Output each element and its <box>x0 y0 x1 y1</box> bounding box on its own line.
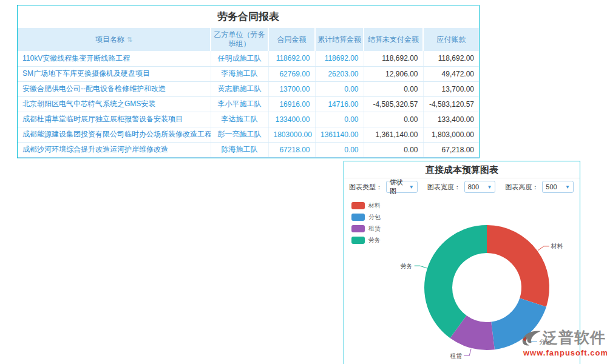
table-row: 110kV安徽线程集变开断线路工程任明成施工队118692.00118692.0… <box>18 51 479 66</box>
cell-project[interactable]: 110kV安徽线程集变开断线路工程 <box>18 51 211 66</box>
cell-contract: 118692.00 <box>268 51 315 66</box>
watermark-name: 泛普软件 <box>543 328 606 348</box>
chart-height-label: 图表高度： <box>505 183 538 192</box>
fanpu-logo-icon <box>520 329 543 347</box>
slice-label-租赁: 租赁 <box>450 352 462 359</box>
vendor-watermark: 泛普软件 www.fanpusoft.com <box>520 328 607 357</box>
cell-project[interactable]: SM广场地下车库更换摄像机及硬盘项目 <box>18 66 211 81</box>
cell-project[interactable]: 成都能源建设集团投资有限公司临时办公场所装修改造工程EPC <box>18 127 211 142</box>
chart-width-select[interactable]: 800 ▼ <box>464 181 496 193</box>
cell-unit: 黄志鹏施工队 <box>211 81 268 96</box>
chart-controls: 图表类型： 饼状图 ▼ 图表宽度： 800 ▼ 图表高度： 500 ▼ <box>344 178 580 195</box>
column-header-unpaid-amount: 结算未支付金额 <box>364 28 423 51</box>
legend-swatch <box>351 237 365 244</box>
cell-payable: 118,692.00 <box>423 51 479 66</box>
cell-unit: 李海施工队 <box>211 66 268 81</box>
legend-label: 劳务 <box>368 236 381 244</box>
column-header-contract-amount: 合同金额 <box>268 28 315 51</box>
cell-settled: 0.00 <box>315 81 364 96</box>
cell-contract: 16916.00 <box>268 96 315 112</box>
cell-settled: 14716.00 <box>315 96 364 112</box>
chevron-down-icon: ▼ <box>487 184 492 190</box>
cell-settled: 26203.00 <box>315 66 364 81</box>
chart-width-value: 800 <box>468 183 479 190</box>
chart-height-value: 500 <box>546 183 557 190</box>
table-row: 安徽合肥供电公司--配电设备检修维护和改造黄志鹏施工队13700.000.000… <box>18 81 479 96</box>
legend-item-租赁[interactable]: 租赁 <box>351 224 381 233</box>
slice-label-劳务: 劳务 <box>401 263 413 269</box>
cell-payable: 67,218.00 <box>423 142 479 157</box>
legend-item-分包[interactable]: 分包 <box>351 213 381 221</box>
cell-payable: 1,803,000.00 <box>423 127 479 142</box>
cell-unpaid: 0.00 <box>364 142 423 157</box>
slice-label-材料: 材料 <box>551 243 563 249</box>
column-header-project[interactable]: 项目名称⇅ <box>18 28 211 51</box>
table-row: SM广场地下车库更换摄像机及硬盘项目李海施工队62769.0026203.001… <box>18 66 479 81</box>
table-row: 成都能源建设集团投资有限公司临时办公场所装修改造工程EPC彭一亮施工队18030… <box>18 127 479 142</box>
chart-width-label: 图表宽度： <box>427 183 461 192</box>
chevron-down-icon: ▼ <box>565 184 570 190</box>
cell-unpaid: 1,361,140.00 <box>364 127 423 142</box>
cell-contract: 13700.00 <box>268 81 315 96</box>
cell-project[interactable]: 北京朝阳区电气中芯特气系统之GMS安装 <box>18 96 211 112</box>
cell-payable: 133,400.00 <box>423 112 479 127</box>
cell-unit: 彭一亮施工队 <box>211 127 268 142</box>
legend-swatch <box>351 225 365 232</box>
cell-unpaid: 0.00 <box>364 81 423 96</box>
label-line <box>415 266 427 268</box>
report-title: 劳务合同报表 <box>18 5 479 28</box>
cell-project[interactable]: 成都杜甫草堂临时展厅独立展柜报警设备安装项目 <box>18 112 211 127</box>
cell-unit: 李达施工队 <box>211 112 268 127</box>
chevron-down-icon: ▼ <box>409 184 414 190</box>
label-line <box>464 349 471 356</box>
watermark-url[interactable]: www.fanpusoft.com <box>520 348 607 357</box>
cell-unpaid: 12,906.00 <box>364 66 423 81</box>
legend-label: 租赁 <box>368 224 381 233</box>
legend-item-材料[interactable]: 材料 <box>351 201 381 210</box>
cell-contract: 62769.00 <box>268 66 315 81</box>
cell-settled: 0.00 <box>315 112 364 127</box>
cell-settled: 118692.00 <box>315 51 364 66</box>
cell-contract: 67218.00 <box>268 142 315 157</box>
legend-label: 材料 <box>368 201 381 210</box>
cell-project[interactable]: 安徽合肥供电公司--配电设备检修维护和改造 <box>18 81 211 96</box>
column-header-settled-amount: 累计结算金额 <box>315 28 364 51</box>
legend-swatch <box>351 214 365 221</box>
sort-icon[interactable]: ⇅ <box>127 36 132 43</box>
chart-type-label: 图表类型： <box>349 183 382 192</box>
cell-contract: 1803000.00 <box>268 127 315 142</box>
cell-payable: 13,700.00 <box>423 81 479 96</box>
table-header-row: 项目名称⇅ 乙方单位（劳务班组） 合同金额 累计结算金额 结算未支付金额 应付账… <box>18 28 479 51</box>
chart-height-select[interactable]: 500 ▼ <box>542 181 574 193</box>
cell-project[interactable]: 成都沙河环境综合提升改造运河护岸维修改造 <box>18 142 211 157</box>
legend-swatch <box>351 202 365 209</box>
cell-unpaid: 118,692.00 <box>364 51 423 66</box>
chart-type-value: 饼状图 <box>390 178 409 196</box>
pie-slice-材料[interactable] <box>487 225 549 307</box>
table-row: 北京朝阳区电气中芯特气系统之GMS安装李小平施工队16916.0014716.0… <box>18 96 479 112</box>
table-row: 成都杜甫草堂临时展厅独立展柜报警设备安装项目李达施工队133400.000.00… <box>18 112 479 127</box>
cell-unpaid: -4,585,320.57 <box>364 96 423 112</box>
cell-unit: 任明成施工队 <box>211 51 268 66</box>
label-line <box>538 246 549 251</box>
cell-contract: 133400.00 <box>268 112 315 127</box>
cell-settled: 0.00 <box>315 142 364 157</box>
column-header-project-label: 项目名称 <box>95 35 124 44</box>
cell-unit: 李小平施工队 <box>211 96 268 112</box>
cell-payable: -4,583,120.57 <box>423 96 479 112</box>
chart-type-select[interactable]: 饼状图 ▼ <box>386 181 418 193</box>
chart-legend: 材料分包租赁劳务 <box>351 201 381 248</box>
legend-item-劳务[interactable]: 劳务 <box>351 236 381 244</box>
report-table: 项目名称⇅ 乙方单位（劳务班组） 合同金额 累计结算金额 结算未支付金额 应付账… <box>18 28 479 158</box>
legend-label: 分包 <box>368 213 381 221</box>
table-row: 成都沙河环境综合提升改造运河护岸维修改造陈海施工队67218.000.000.0… <box>18 142 479 157</box>
chart-panel-title: 直接成本预算图表 <box>344 161 580 178</box>
cell-payable: 49,472.00 <box>423 66 479 81</box>
column-header-payable: 应付账款 <box>423 28 479 51</box>
cell-unpaid: 0.00 <box>364 112 423 127</box>
cell-settled: 1361140.00 <box>315 127 364 142</box>
cell-unit: 陈海施工队 <box>211 142 268 157</box>
labor-contract-report-panel: 劳务合同报表 项目名称⇅ 乙方单位（劳务班组） 合同金额 累计结算金额 结算未支… <box>17 5 480 158</box>
column-header-unit: 乙方单位（劳务班组） <box>211 28 268 51</box>
